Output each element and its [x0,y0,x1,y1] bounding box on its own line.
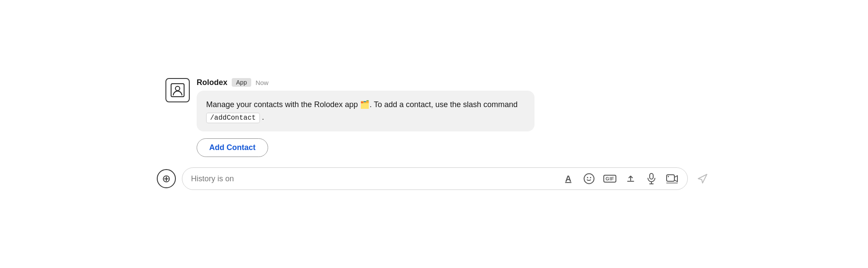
input-row: ⊕ A GIF [131,167,737,190]
message-input-wrapper: A GIF [182,167,688,190]
send-button[interactable] [694,170,711,187]
add-action-button[interactable]: ⊕ [157,169,176,188]
upload-icon[interactable] [624,172,637,185]
sender-name: Rolodex [197,78,227,87]
slash-command-code: /addContact [206,113,260,123]
svg-point-3 [587,177,588,178]
message-header: Rolodex App Now [197,78,737,87]
svg-point-4 [590,177,591,178]
microphone-icon[interactable] [645,172,658,185]
input-icons: A GIF [562,172,679,185]
timestamp: Now [256,79,269,86]
message-text-part1: Manage your contacts with the Rolodex ap… [206,100,518,109]
svg-point-2 [584,174,594,184]
message-text-part2: . [260,113,264,121]
svg-rect-8 [667,175,674,181]
message-content: Rolodex App Now Manage your contacts wit… [197,78,737,157]
svg-point-9 [668,176,669,177]
avatar-icon [171,83,185,97]
svg-point-1 [175,86,180,91]
gif-icon[interactable]: GIF [603,172,616,185]
main-container: Rolodex App Now Manage your contacts wit… [131,69,737,199]
plus-icon: ⊕ [162,173,171,185]
text-format-icon[interactable]: A [562,172,575,185]
video-icon[interactable] [666,172,679,185]
message-bubble: Manage your contacts with the Rolodex ap… [197,91,534,131]
message-row: Rolodex App Now Manage your contacts wit… [131,78,737,157]
emoji-icon[interactable] [583,172,596,185]
app-badge: App [232,78,251,87]
message-input[interactable] [191,174,556,183]
avatar [165,78,190,102]
svg-rect-5 [650,173,653,179]
add-contact-button[interactable]: Add Contact [197,138,268,157]
